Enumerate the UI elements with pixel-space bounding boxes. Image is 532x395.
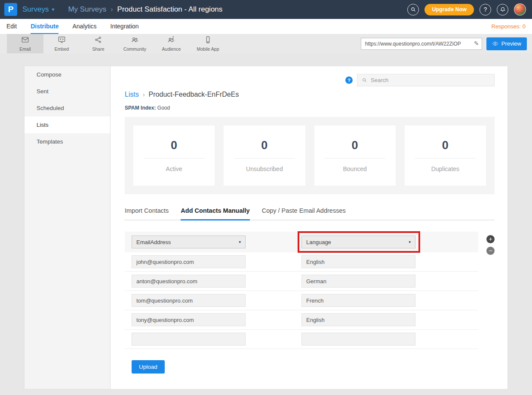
toolbar-item-community[interactable]: Community	[117, 34, 153, 53]
share-icon	[94, 36, 102, 46]
toolbar-item-share[interactable]: Share	[80, 34, 117, 53]
contact-row	[125, 330, 478, 349]
language-field[interactable]	[301, 333, 415, 346]
upload-button[interactable]: Upload	[132, 360, 165, 374]
search-icon	[362, 77, 367, 83]
chevron-down-icon: ▾	[52, 6, 54, 12]
add-row-button[interactable]: +	[486, 235, 495, 243]
notifications-bell-icon[interactable]	[497, 4, 508, 15]
toolbar-item-email[interactable]: Email	[7, 34, 43, 53]
row-controls: + −	[486, 235, 495, 255]
sidebar-item-lists[interactable]: Lists	[25, 116, 110, 133]
questionpro-logo[interactable]: P	[4, 3, 17, 16]
survey-nav-tabs: Edit Distribute Analytics Integration Re…	[0, 19, 532, 34]
stat-card-bounced: 0 Bounced	[314, 126, 396, 186]
toolbar-item-mobile-app[interactable]: Mobile App	[190, 34, 226, 53]
email-icon	[21, 36, 29, 46]
survey-url-box: ✎	[361, 38, 482, 50]
edit-url-pencil-icon[interactable]: ✎	[474, 40, 479, 47]
contact-row	[125, 252, 478, 272]
language-field[interactable]	[301, 294, 415, 307]
sidebar-item-templates[interactable]: Templates	[25, 133, 110, 150]
contact-row	[125, 272, 478, 291]
email-field[interactable]	[132, 294, 246, 307]
community-icon	[131, 36, 139, 46]
email-field[interactable]	[132, 333, 246, 346]
upgrade-now-button[interactable]: Upgrade Now	[424, 4, 474, 15]
tab-edit[interactable]: Edit	[6, 19, 17, 34]
email-sidebar: Compose Sent Scheduled Lists Templates	[25, 66, 111, 389]
tab-integration[interactable]: Integration	[111, 19, 139, 34]
email-field[interactable]	[132, 255, 246, 268]
sidebar-item-compose[interactable]: Compose	[25, 66, 110, 83]
search-input[interactable]	[371, 77, 490, 83]
responses-count: Responses: 0	[492, 19, 526, 34]
remove-row-button[interactable]: −	[486, 247, 495, 255]
contact-row	[125, 291, 478, 310]
help-icon[interactable]: ?	[480, 4, 491, 15]
help-icon[interactable]: ?	[345, 77, 353, 84]
stat-card-unsubscribed: 0 Unsubscribed	[224, 126, 305, 186]
tab-copy-paste-email-addresses[interactable]: Copy / Paste Email Addresses	[262, 207, 346, 220]
tab-add-contacts-manually[interactable]: Add Contacts Manually	[181, 207, 249, 220]
sidebar-item-scheduled[interactable]: Scheduled	[25, 100, 110, 116]
distribute-toolbar: Email Embed Share Community Audience Mob…	[0, 34, 532, 53]
language-field[interactable]	[301, 255, 415, 268]
stat-card-active: 0 Active	[133, 126, 215, 186]
email-column-select[interactable]: EmailAddress ▾	[132, 236, 246, 248]
breadcrumb-lists-link[interactable]: Lists	[125, 91, 139, 98]
search-icon[interactable]	[407, 4, 419, 15]
toolbar-item-audience[interactable]: Audience	[153, 34, 190, 53]
breadcrumb: My Surveys › Product Satisfaction - All …	[68, 5, 222, 14]
email-field[interactable]	[132, 313, 246, 326]
breadcrumb-my-surveys[interactable]: My Surveys	[68, 5, 106, 14]
email-distribute-card: Compose Sent Scheduled Lists Templates ?…	[25, 66, 507, 389]
lists-content: ? Lists › Product-Feedback-EnFrDeEs SPAM…	[111, 66, 507, 389]
list-stats: 0 Active 0 Unsubscribed 0 Bounced 0	[125, 117, 495, 194]
page-title: Product Satisfaction - All regions	[117, 5, 223, 14]
sidebar-item-sent[interactable]: Sent	[25, 83, 110, 100]
breadcrumb-separator-icon: ›	[143, 91, 145, 98]
list-search-box	[357, 74, 495, 86]
breadcrumb-separator-icon: ›	[111, 6, 113, 13]
contacts-tabs: Import Contacts Add Contacts Manually Co…	[125, 207, 495, 220]
spam-index: SPAM Index: Good	[125, 105, 495, 111]
chevron-down-icon: ▾	[239, 240, 241, 244]
email-field[interactable]	[132, 275, 246, 288]
page-background: Compose Sent Scheduled Lists Templates ?…	[0, 53, 532, 395]
embed-icon	[58, 36, 66, 46]
language-column-select[interactable]: Language ▾	[301, 236, 415, 248]
column-selector-row: EmailAddress ▾ Language ▾	[125, 232, 478, 252]
eye-icon	[492, 40, 498, 47]
language-field[interactable]	[301, 313, 415, 326]
contact-row	[125, 310, 478, 330]
survey-url-input[interactable]	[361, 38, 482, 50]
audience-icon	[167, 36, 175, 46]
toolbar-item-embed[interactable]: Embed	[43, 34, 80, 53]
product-name: Surveys	[22, 5, 49, 14]
product-switcher[interactable]: Surveys ▾	[22, 5, 54, 14]
user-avatar[interactable]	[514, 3, 526, 15]
list-breadcrumb: Lists › Product-Feedback-EnFrDeEs	[125, 91, 495, 98]
tab-import-contacts[interactable]: Import Contacts	[125, 207, 169, 220]
mobile-app-icon	[204, 36, 212, 46]
header-actions: Upgrade Now ?	[407, 3, 526, 15]
language-field[interactable]	[301, 275, 415, 288]
chevron-down-icon: ▾	[409, 240, 411, 244]
list-name: Product-Feedback-EnFrDeEs	[149, 91, 239, 98]
tab-distribute[interactable]: Distribute	[31, 19, 58, 34]
stat-card-duplicates: 0 Duplicates	[405, 126, 486, 186]
top-header-bar: P Surveys ▾ My Surveys › Product Satisfa…	[0, 0, 532, 19]
tab-analytics[interactable]: Analytics	[72, 19, 96, 34]
manual-contacts-form: EmailAddress ▾ Language ▾	[125, 232, 495, 349]
preview-button[interactable]: Preview	[486, 37, 527, 50]
